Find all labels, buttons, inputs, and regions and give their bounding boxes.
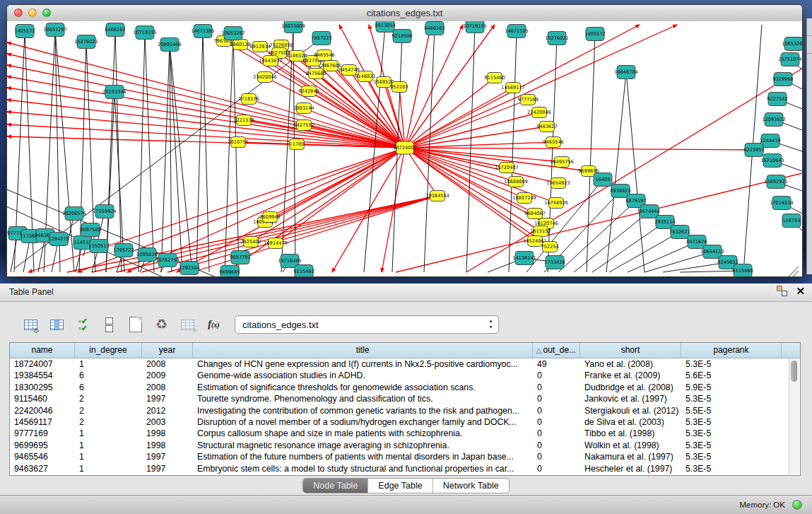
table-row[interactable]: 1830029562008Estimation of significance … <box>10 382 800 393</box>
network-node[interactable]: 9218506 <box>392 30 412 43</box>
network-node[interactable]: 9146821 <box>355 71 375 82</box>
network-node[interactable]: 20891406 <box>158 38 182 52</box>
float-panel-icon[interactable] <box>777 286 787 296</box>
network-node[interactable]: 2718176 <box>238 94 259 105</box>
table-row[interactable]: 969969511998Structural magnetic resonanc… <box>10 440 800 451</box>
network-node[interactable]: 12093822 <box>762 113 786 127</box>
network-node[interactable]: 10719155 <box>463 21 487 33</box>
network-node[interactable]: 14671385 <box>191 25 215 38</box>
network-node[interactable]: 8215953 <box>743 144 764 157</box>
network-node[interactable]: 752254 <box>541 242 558 252</box>
column-header[interactable]: pagerank <box>681 343 782 358</box>
network-node[interactable]: 9465546 <box>543 137 563 148</box>
network-node[interactable]: 16409 <box>594 173 612 187</box>
column-header[interactable]: year <box>142 343 193 358</box>
network-node[interactable]: 8427552 <box>293 120 314 131</box>
column-header[interactable]: name <box>10 343 75 358</box>
column-select-button[interactable] <box>47 315 66 334</box>
column-header[interactable]: △out_de... <box>533 343 580 358</box>
network-node[interactable]: 14136141 <box>512 252 536 265</box>
network-node[interactable]: 1095816 <box>136 248 157 262</box>
network-node[interactable]: 1405572 <box>14 25 35 38</box>
network-node[interactable]: 18495756 <box>550 157 574 168</box>
network-node[interactable]: 1733426 <box>544 256 565 269</box>
network-node[interactable]: 19654923 <box>546 178 570 189</box>
network-node[interactable]: 1795722 <box>113 244 134 257</box>
network-node[interactable]: 8813054 <box>375 21 395 33</box>
network-node[interactable]: 19384554 <box>425 191 449 201</box>
network-node[interactable]: 10653287 <box>43 23 67 37</box>
network-node[interactable]: 10653287 <box>221 27 245 40</box>
network-node[interactable]: 22420046 <box>527 107 551 118</box>
network-node[interactable]: 2803144 <box>293 103 314 114</box>
column-header[interactable]: short <box>580 343 681 358</box>
network-node[interactable]: 9115460 <box>293 265 314 278</box>
tab-edge-table[interactable]: Edge Table <box>368 479 433 493</box>
network-node[interactable]: 1292344 <box>179 262 199 275</box>
network-node[interactable]: 2967608 <box>320 61 341 71</box>
table-scrollbar[interactable] <box>789 358 799 474</box>
column-header[interactable]: title <box>193 343 533 358</box>
column-header[interactable]: in_degree <box>75 343 142 358</box>
delete-table-button[interactable]: ♻ <box>152 315 171 334</box>
tab-network-table[interactable]: Network Table <box>433 479 509 493</box>
network-file-select[interactable]: citations_edges.txt ▲▼ <box>235 315 499 334</box>
network-node[interactable]: 15751074 <box>778 53 802 66</box>
network-node[interactable]: 852203 <box>390 82 408 93</box>
table-row[interactable]: 2242004622012Investigating the contribut… <box>10 405 800 416</box>
network-node[interactable]: 16210643 <box>760 154 784 168</box>
network-node[interactable]: 17016534 <box>770 197 794 210</box>
network-node[interactable]: 20206576 <box>62 207 86 221</box>
table-row[interactable]: 1938455462009Genome-wide association stu… <box>10 370 800 381</box>
network-node[interactable]: 14569117 <box>501 83 525 93</box>
network-node[interactable]: 15692921 <box>764 175 788 189</box>
table-row[interactable]: 1456911722003Disruption of a novel membe… <box>10 416 800 428</box>
network-node[interactable]: 9097588 <box>80 223 100 237</box>
network-node[interactable]: 9777169 <box>517 95 538 105</box>
window-titlebar[interactable]: citations_edges.txt <box>7 5 802 22</box>
network-canvas[interactable]: 1872400779638228860128891293423226058882… <box>7 21 802 277</box>
network-node[interactable]: 6466162 <box>424 22 445 35</box>
table-row[interactable]: 911546021997Tourette syndrome. Phenomeno… <box>10 393 800 404</box>
network-node[interactable]: 9329966 <box>772 73 793 86</box>
network-node[interactable]: 18724007 <box>393 141 417 154</box>
network-node[interactable]: 8860128 <box>230 40 250 50</box>
network-node[interactable]: 6466162 <box>105 23 125 37</box>
close-panel-icon[interactable]: ✕ <box>796 286 805 296</box>
network-node[interactable]: 8475685 <box>305 69 326 79</box>
network-node[interactable]: 9857791 <box>230 251 250 264</box>
network-node[interactable]: 15720407 <box>495 163 519 173</box>
network-node[interactable]: 9242848 <box>298 86 319 97</box>
network-node[interactable]: 1221338 <box>233 115 254 126</box>
scrollbar-thumb[interactable] <box>791 361 797 382</box>
network-node[interactable]: 116753 <box>782 214 801 228</box>
network-node[interactable]: 15276021 <box>74 35 98 49</box>
table-row[interactable]: 946554611997Estimation of the future num… <box>10 451 800 462</box>
row-height-button[interactable] <box>100 315 119 334</box>
network-node[interactable]: 14671385 <box>505 25 529 38</box>
network-node[interactable]: 16756928 <box>544 198 568 209</box>
function-builder-button[interactable]: f(x) <box>204 315 223 334</box>
network-node[interactable]: 8912934 <box>249 42 270 52</box>
network-node[interactable]: 20153346 <box>102 86 126 99</box>
network-node[interactable]: 9684067 <box>524 209 545 219</box>
network-node[interactable]: 7857223 <box>311 32 331 45</box>
network-node[interactable]: 9463627 <box>536 122 557 132</box>
network-node[interactable]: 16782759 <box>155 254 180 267</box>
network-node[interactable]: 17359924 <box>93 205 117 218</box>
network-node[interactable]: 9115460 <box>484 73 505 83</box>
network-node[interactable]: 7625402 <box>240 237 261 247</box>
tab-node-table[interactable]: Node Table <box>303 479 368 493</box>
select-rows-button[interactable]: ✔✔ <box>73 315 93 334</box>
network-node[interactable]: 15276021 <box>545 32 569 45</box>
network-node[interactable]: 1810755 <box>228 137 248 148</box>
table-row[interactable]: 946362711997Embryonic stem cells: a mode… <box>10 463 800 474</box>
network-node[interactable]: 16648784 <box>614 66 638 79</box>
network-node[interactable]: 16033809 <box>281 21 305 33</box>
table-settings-button[interactable]: ⚙ <box>21 315 40 334</box>
network-node[interactable]: 10719155 <box>133 26 157 40</box>
network-node[interactable]: 10653287 <box>782 37 802 51</box>
table-row[interactable]: 977716911998Corpus callosum shape and si… <box>10 428 800 439</box>
table-row[interactable]: 1872400712008Changes of HCN gene express… <box>10 358 800 370</box>
network-node[interactable]: 9699695 <box>219 266 240 278</box>
